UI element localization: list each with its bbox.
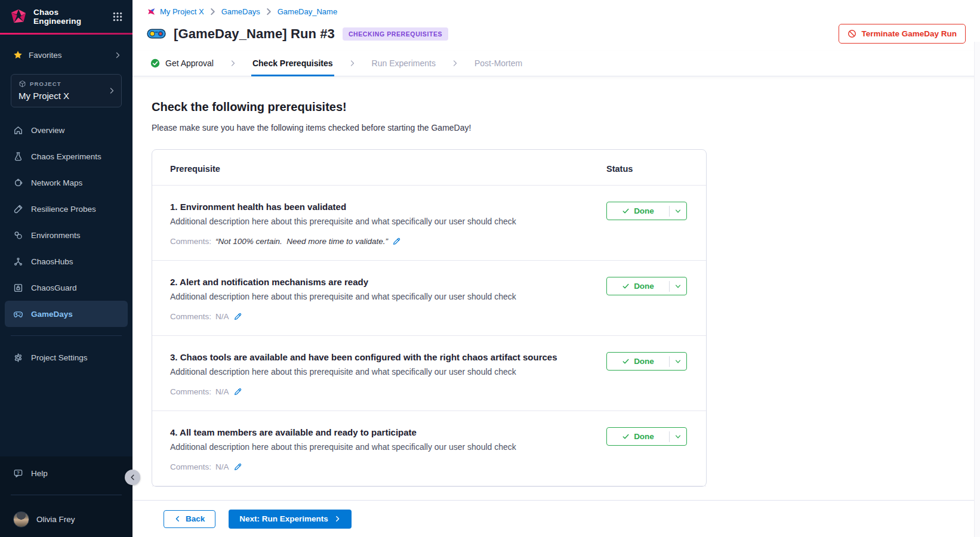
sidebar-item-favorites[interactable]: Favorites <box>0 48 132 62</box>
gamepad-emoji-icon <box>147 27 166 40</box>
content-heading: Check the following prerequisites! <box>152 100 980 114</box>
brand-title: Chaos Engineering <box>33 8 81 26</box>
chevron-down-icon <box>674 208 682 215</box>
status-dropdown[interactable] <box>670 208 686 215</box>
terminate-label: Terminate GameDay Run <box>861 29 957 38</box>
chevron-right-icon <box>334 516 341 522</box>
help-chat-icon: ? <box>13 468 23 479</box>
edit-comment-icon[interactable] <box>233 312 242 321</box>
prohibit-icon <box>848 29 856 38</box>
sidebar-item-network-maps[interactable]: Network Maps <box>5 169 128 196</box>
sidebar-item-gamedays[interactable]: GameDays <box>5 301 128 327</box>
sidebar-item-label: GameDays <box>31 310 73 319</box>
sidebar-item-label: Environments <box>31 231 81 240</box>
project-name: My Project X <box>19 91 106 101</box>
sidebar-item-label: Chaos Experiments <box>31 152 101 161</box>
chaos-engineering-logo-icon <box>10 8 27 26</box>
sidebar-item-label: Project Settings <box>31 353 88 362</box>
project-selector[interactable]: PROJECT My Project X <box>11 74 122 107</box>
edit-comment-icon[interactable] <box>392 237 401 246</box>
prerequisite-row: 2. Alert and notification mechanisms are… <box>152 261 706 336</box>
chevron-right-icon <box>114 51 122 59</box>
step-get-approval[interactable]: Get Approval <box>149 51 215 76</box>
back-label: Back <box>186 514 205 523</box>
breadcrumb-link-gamedays[interactable]: GameDays <box>221 7 260 16</box>
comment-text: N/A <box>215 462 229 471</box>
prerequisite-main: 1. Environment health has been validated… <box>170 202 606 246</box>
probe-icon <box>13 204 23 214</box>
sidebar-item-label: Help <box>31 469 48 478</box>
sidebar-item-environments[interactable]: Environments <box>5 222 128 248</box>
chevron-down-icon <box>674 283 682 290</box>
prerequisite-status-cell: Done <box>606 352 688 396</box>
guard-icon <box>13 283 23 293</box>
status-label: Done <box>634 282 654 291</box>
breadcrumb: My Project XGameDaysGameDay_Name <box>147 7 966 16</box>
sidebar-divider <box>11 495 122 495</box>
breadcrumb-link-gameday-name[interactable]: GameDay_Name <box>278 7 337 16</box>
flask-icon <box>13 152 23 162</box>
sidebar-item-resilience-probes[interactable]: Resilience Probes <box>5 196 128 222</box>
prerequisite-row: 3. Chaos tools are available and have be… <box>152 336 706 411</box>
prerequisite-row: 4. All team members are available and re… <box>152 411 706 486</box>
check-icon <box>622 207 630 215</box>
sidebar-item-project-settings[interactable]: Project Settings <box>5 344 128 371</box>
status-done-button[interactable]: Done <box>606 352 687 371</box>
prerequisite-status-cell: Done <box>606 202 688 246</box>
comment-text: N/A <box>215 312 229 321</box>
status-dropdown[interactable] <box>670 358 686 365</box>
sidebar-item-label: Resilience Probes <box>31 205 96 214</box>
chevron-right-icon <box>264 7 273 16</box>
avatar <box>13 511 29 527</box>
user-menu[interactable]: Olivia Frey <box>0 504 132 537</box>
prerequisite-title: 3. Chaos tools are available and have be… <box>170 352 588 362</box>
chevron-right-icon <box>108 87 116 95</box>
back-button[interactable]: Back <box>164 510 215 528</box>
status-done-button[interactable]: Done <box>606 202 687 220</box>
status-dropdown[interactable] <box>670 433 686 440</box>
prerequisite-rows: 1. Environment health has been validated… <box>152 186 706 486</box>
prerequisite-title: 1. Environment health has been validated <box>170 202 588 212</box>
status-label: Done <box>634 357 654 366</box>
page-title: [GameDay_Name] Run #3 <box>174 26 335 42</box>
table-header: Prerequisite Status <box>152 150 706 186</box>
project-eyebrow-label: PROJECT <box>30 81 61 87</box>
sidebar-item-help[interactable]: ? Help <box>5 460 128 486</box>
step-check-prerequisites[interactable]: Check Prerequisites <box>251 51 334 76</box>
step-post-mortem[interactable]: Post-Mortem <box>473 51 523 76</box>
chevron-right-icon <box>451 51 459 76</box>
step-run-experiments[interactable]: Run Experiments <box>371 51 437 76</box>
next-label: Next: Run Experiments <box>239 514 328 523</box>
breadcrumb-link-my-project-x[interactable]: My Project X <box>160 7 204 16</box>
brand-divider <box>0 33 132 35</box>
comments-label: Comments: <box>170 387 211 396</box>
step-label: Check Prerequisites <box>252 58 333 68</box>
prerequisite-description: Additional description here about this p… <box>170 367 588 376</box>
chevron-down-icon <box>674 358 682 365</box>
favorites-label: Favorites <box>29 51 62 60</box>
footer-bar: Back Next: Run Experiments <box>132 500 980 537</box>
next-run-experiments-button[interactable]: Next: Run Experiments <box>229 510 352 529</box>
prerequisite-main: 2. Alert and notification mechanisms are… <box>170 277 606 321</box>
status-done-button[interactable]: Done <box>606 427 687 446</box>
chevron-right-icon <box>208 7 217 16</box>
terminate-gameday-button[interactable]: Terminate GameDay Run <box>839 24 966 44</box>
scrollbar-track[interactable] <box>974 42 980 537</box>
status-dropdown[interactable] <box>670 283 686 290</box>
sidebar-item-label: Network Maps <box>31 178 82 187</box>
harness-project-icon <box>147 7 156 16</box>
sidebar-collapse-handle[interactable] <box>125 470 140 485</box>
sidebar-item-overview[interactable]: Overview <box>5 117 128 143</box>
app-window: Chaos Engineering Favorites <box>0 0 980 537</box>
app-grid-icon[interactable] <box>112 11 123 22</box>
page-header: My Project XGameDaysGameDay_Name [GameDa… <box>132 0 980 44</box>
column-prerequisite: Prerequisite <box>170 164 606 174</box>
status-done-button[interactable]: Done <box>606 277 687 295</box>
sidebar-item-chaosguard[interactable]: ChaosGuard <box>5 274 128 301</box>
svg-text:?: ? <box>17 470 20 475</box>
sidebar-nav: OverviewChaos ExperimentsNetwork MapsRes… <box>0 117 132 327</box>
sidebar-item-chaos-experiments[interactable]: Chaos Experiments <box>5 143 128 169</box>
sidebar-item-chaoshubs[interactable]: ChaosHubs <box>5 248 128 274</box>
edit-comment-icon[interactable] <box>233 387 242 396</box>
edit-comment-icon[interactable] <box>233 462 242 471</box>
